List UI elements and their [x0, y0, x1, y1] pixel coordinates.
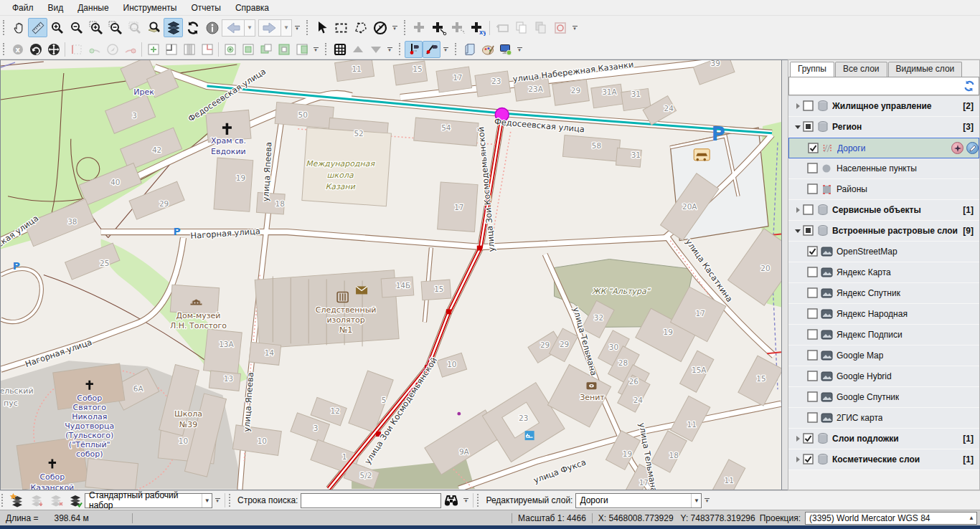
checkbox-checked[interactable]	[803, 454, 814, 465]
checkbox-checked[interactable]	[803, 433, 814, 444]
zoom-to-objects-button[interactable]	[144, 18, 164, 37]
toolbar-grip[interactable]	[404, 20, 407, 36]
toolbar-grip[interactable]	[325, 43, 329, 56]
delete-object-button[interactable]	[550, 18, 570, 37]
zoom-out-button[interactable]	[67, 18, 86, 37]
map-canvas[interactable]: Федосеевская улицаФедосеевская улицаулиц…	[0, 59, 782, 490]
layers-visibility-button[interactable]	[164, 18, 183, 37]
combo-arrow-icon[interactable]: ▼	[691, 494, 701, 507]
topo-square-add-button[interactable]	[144, 41, 162, 58]
topo-inner-button[interactable]	[239, 41, 257, 58]
combo-arrow-icon[interactable]: ▲	[966, 513, 976, 524]
expander-icon[interactable]	[793, 103, 803, 109]
toolbar-grip[interactable]	[3, 20, 6, 36]
copy-object-button[interactable]	[512, 18, 531, 37]
map-panel-splitter[interactable]	[782, 59, 788, 490]
layer-row-2gis[interactable]: 2ГИС карта	[788, 408, 979, 429]
style-palette-button[interactable]	[479, 41, 496, 58]
checkbox-unchecked[interactable]	[807, 184, 819, 195]
layer-row-google-map[interactable]: Google Map	[788, 345, 979, 366]
measure-tool-button[interactable]	[28, 18, 47, 37]
checkbox-unchecked[interactable]	[803, 204, 814, 216]
arc-add-button[interactable]	[85, 41, 103, 58]
menu-tools[interactable]: Инструменты	[117, 1, 184, 14]
move-down-button[interactable]	[367, 41, 385, 58]
move-up-button[interactable]	[349, 41, 367, 58]
workset-apply-button[interactable]	[65, 491, 85, 510]
expander-icon[interactable]	[793, 229, 803, 233]
toolbar-grip[interactable]	[306, 20, 310, 36]
checkbox-unchecked[interactable]	[807, 350, 819, 361]
panel-refresh-icon[interactable]	[963, 80, 976, 92]
snap-node-diagonal-button[interactable]	[423, 41, 440, 58]
checkbox-unchecked[interactable]	[807, 391, 819, 403]
topo-right-button[interactable]	[293, 41, 311, 58]
zoom-to-selection-button[interactable]	[125, 18, 144, 37]
notes-button[interactable]	[461, 41, 479, 58]
toolbar-overflow[interactable]: ▾	[312, 47, 319, 52]
toolbar-overflow[interactable]: ▾	[391, 26, 398, 30]
expander-icon[interactable]	[793, 125, 803, 129]
snap-node-vertical-button[interactable]	[405, 41, 423, 58]
refresh-map-button[interactable]	[183, 18, 202, 37]
menu-help[interactable]: Справка	[229, 1, 275, 14]
workset-remove2-button[interactable]	[46, 491, 65, 510]
arc-remove-button[interactable]	[121, 41, 139, 58]
menu-view[interactable]: Вид	[42, 1, 70, 14]
topo-bars-button[interactable]	[180, 41, 198, 58]
layer-group-raster[interactable]: Встроенные растровые слои [9]	[788, 221, 979, 242]
toolbar-grip[interactable]	[455, 43, 458, 56]
projection-combo[interactable]: (3395) World Mercator WGS 84 ▲	[805, 512, 977, 525]
layer-group-region[interactable]: Регион [3]	[788, 117, 979, 138]
layer-row-yandex-satellite[interactable]: Яндекс Спутник	[788, 283, 979, 304]
layer-row-google-satellite[interactable]: Google Спутник	[788, 387, 979, 408]
add-rect-button[interactable]	[492, 18, 512, 37]
add-object-button[interactable]	[410, 18, 429, 37]
select-cursor-button[interactable]	[312, 18, 331, 37]
checkbox-unchecked[interactable]	[807, 412, 819, 424]
layer-row-yandex-map[interactable]: Яндекс Карта	[788, 262, 979, 283]
undo-x-button[interactable]: x	[9, 41, 27, 58]
move-object-button[interactable]	[44, 41, 62, 58]
layer-group-service[interactable]: Сервисные объекты [1]	[788, 200, 979, 221]
topo-circle-add-button[interactable]	[221, 41, 239, 58]
checkbox-unchecked[interactable]	[807, 287, 819, 299]
menu-reports[interactable]: Отчеты	[184, 1, 227, 14]
layer-row-openstreetmap[interactable]: OpenStreetMap	[788, 242, 979, 262]
layer-group-housing[interactable]: Жилищное управление [2]	[788, 96, 979, 117]
select-none-button[interactable]	[370, 18, 390, 37]
paste-object-button[interactable]	[531, 18, 550, 37]
toolbar-grip[interactable]	[229, 494, 232, 507]
toolbar-grip[interactable]	[3, 43, 6, 56]
nav-back-button[interactable]	[222, 19, 245, 37]
layer-group-basemap[interactable]: Слои подложки [1]	[788, 429, 979, 449]
topo-overlap-button[interactable]	[257, 41, 275, 58]
bound-rect-button[interactable]	[67, 41, 85, 58]
menu-data[interactable]: Данные	[71, 1, 115, 14]
topo-corner-button[interactable]	[162, 41, 180, 58]
rotate-object-button[interactable]	[27, 41, 44, 58]
add-curve-button[interactable]	[448, 18, 468, 37]
tab-visible-layers[interactable]: Видимые слои	[888, 62, 963, 77]
toolbar-overflow[interactable]: ▾	[571, 26, 578, 30]
checkbox-partial[interactable]	[803, 225, 814, 237]
expander-icon[interactable]	[793, 457, 803, 462]
select-rect-button[interactable]	[331, 18, 351, 37]
info-tool-button[interactable]	[202, 18, 222, 37]
topo-red-corner-button[interactable]	[198, 41, 216, 58]
toolbar-overflow[interactable]: ▾	[462, 498, 469, 502]
add-xy-button[interactable]: xy	[468, 18, 487, 37]
workset-star-button[interactable]	[7, 491, 27, 510]
toolbar-grip[interactable]	[399, 43, 402, 56]
layer-row-yandex-people[interactable]: Яндекс Народная	[788, 304, 979, 325]
layer-filter-input[interactable]	[788, 77, 979, 95]
vertex-node[interactable]	[477, 246, 482, 251]
layer-row-yandex-labels[interactable]: Яндекс Подписи	[788, 325, 979, 345]
toolbar-overflow[interactable]: ▾	[293, 26, 301, 30]
menu-file[interactable]: Файл	[6, 1, 40, 14]
toolbar-grip[interactable]	[1, 494, 5, 507]
zoom-in-rect-button[interactable]	[86, 18, 105, 37]
pan-tool-button[interactable]	[9, 18, 28, 37]
layer-row-google-hybrid[interactable]: Google Hybrid	[788, 366, 979, 387]
workset-remove-button[interactable]	[27, 491, 46, 510]
